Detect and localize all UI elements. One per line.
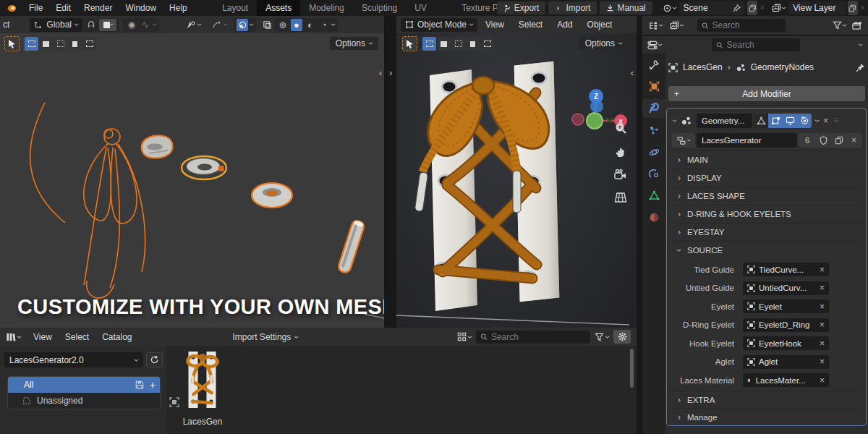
clear-field-button[interactable]: × <box>820 265 825 274</box>
import-settings-dropdown[interactable]: Import Settings › <box>233 332 299 342</box>
tab-object-data[interactable] <box>649 190 660 201</box>
modifier-realtime-toggle[interactable] <box>768 114 783 128</box>
node-group-browse-button[interactable]: › <box>672 133 695 148</box>
modifier-viewport-toggle[interactable] <box>783 114 797 128</box>
collapse-left-icon[interactable]: ‹ <box>379 67 382 78</box>
asset-settings-button[interactable] <box>613 330 631 344</box>
add-menu[interactable]: Add <box>550 20 579 30</box>
modifier-expand-icon[interactable]: › <box>671 119 679 122</box>
laces-material-field[interactable]: ◐ LacesMater... × <box>743 373 829 387</box>
clear-field-button[interactable]: × <box>820 320 825 329</box>
mode-dropdown[interactable]: Object Mode › <box>401 18 477 32</box>
breadcrumb-modifier[interactable]: GeometryNodes <box>751 62 814 72</box>
tab-tool[interactable] <box>649 59 660 70</box>
section-laces-shape[interactable]: ›LACES SHAPE <box>671 187 861 205</box>
viewport-divider[interactable] <box>384 16 396 328</box>
left-3d-viewport[interactable]: Options › <box>0 33 384 328</box>
catalog-item-unassigned[interactable]: Unassigned <box>8 393 160 409</box>
menu-edit[interactable]: Edit <box>49 3 77 13</box>
asset-search[interactable] <box>476 331 590 344</box>
unlink-scene-button[interactable]: × <box>760 4 765 12</box>
proportional-edit-toggle[interactable]: ◉ <box>126 19 137 31</box>
pin-icon[interactable] <box>733 4 741 12</box>
asset-grid-scrollbar[interactable] <box>630 349 634 388</box>
modifier-delete-button[interactable]: × <box>823 116 828 125</box>
new-scene-button[interactable] <box>747 1 757 15</box>
outliner-display-mode-dropdown[interactable]: › <box>645 21 666 30</box>
modifier-render-toggle[interactable] <box>797 114 812 128</box>
properties-options-icon[interactable]: › <box>856 38 865 52</box>
properties-editor-type-dropdown[interactable]: › <box>642 41 667 50</box>
eyelet-field[interactable]: Eyelet × <box>743 299 829 313</box>
snap-target-button[interactable]: › <box>99 19 116 31</box>
section-display[interactable]: ›DISPLAY <box>671 169 861 187</box>
zoom-icon[interactable]: + <box>611 119 630 137</box>
menu-render[interactable]: Render <box>77 3 119 13</box>
section-eyestay[interactable]: ›EYESTAY <box>671 223 861 241</box>
clear-field-button[interactable]: × <box>820 284 825 292</box>
outliner-search[interactable] <box>697 19 786 32</box>
node-group-name-field[interactable]: LacesGenerator <box>697 133 797 148</box>
export-button[interactable]: Export <box>497 1 546 14</box>
new-view-layer-button[interactable] <box>848 1 858 15</box>
tied-guide-field[interactable]: TiedCurve... × <box>743 263 829 276</box>
asset-item-lacesgen[interactable]: LacesGen <box>176 348 229 427</box>
clear-field-button[interactable]: × <box>820 376 825 385</box>
node-group-users-button[interactable]: 6 <box>799 133 816 148</box>
transform-orientation-dropdown[interactable]: Global › <box>30 18 82 32</box>
menu-help[interactable]: Help <box>163 3 194 13</box>
modifier-extras-dropdown[interactable]: › <box>813 119 822 122</box>
tab-object[interactable] <box>649 81 660 92</box>
remove-view-layer-button[interactable]: × <box>860 4 865 12</box>
view-layer-selector[interactable]: View Layer <box>788 1 845 14</box>
object-menu[interactable]: Object <box>581 20 619 30</box>
editor-divider[interactable] <box>637 16 642 434</box>
untied-guide-field[interactable]: UntiedCurv... × <box>743 281 829 295</box>
blender-logo-icon[interactable] <box>0 3 22 13</box>
shading-wireframe-icon[interactable]: ⊕ <box>277 19 289 31</box>
import-button[interactable]: Import <box>548 1 597 14</box>
drag-grip-icon[interactable]: ⠿ <box>834 117 839 124</box>
scene-type-icon[interactable]: › <box>660 4 679 13</box>
section-manage[interactable]: ›Manage <box>671 408 861 426</box>
tab-physics[interactable] <box>649 147 660 158</box>
pan-hand-icon[interactable] <box>611 142 630 161</box>
section-dring-hook-eyelets[interactable]: ›D-RING & HOOK EYELETS <box>671 205 861 223</box>
collapse-panel-icon[interactable]: ‹ <box>631 67 634 78</box>
fake-user-button[interactable] <box>816 133 831 148</box>
new-collection-button[interactable] <box>849 21 865 30</box>
asset-library-dropdown[interactable]: LacesGenerator2.0 › <box>4 352 143 367</box>
tab-particles[interactable] <box>649 125 660 136</box>
tab-modifiers[interactable] <box>642 99 665 118</box>
asset-browser-editor-type-dropdown[interactable]: › <box>0 332 27 342</box>
expand-right-icon[interactable]: › <box>389 67 392 78</box>
tab-material[interactable] <box>649 212 660 223</box>
snap-magnet-icon[interactable] <box>85 19 97 31</box>
refresh-library-button[interactable] <box>146 352 163 367</box>
ab-select-menu[interactable]: Select <box>59 332 95 342</box>
outliner-filter-dropdown[interactable]: › <box>830 21 849 30</box>
workspace-tab-sculpting[interactable]: Sculpting <box>353 0 406 16</box>
workspace-tab-texture-paint[interactable]: Texture P <box>453 0 497 16</box>
workspace-tab-assets[interactable]: Assets <box>257 0 300 16</box>
view-layer-type-icon[interactable]: › <box>769 4 788 13</box>
menu-file[interactable]: File <box>22 3 49 13</box>
clear-field-button[interactable]: × <box>820 339 825 348</box>
catalog-item-all[interactable]: All + <box>8 377 160 393</box>
properties-search[interactable] <box>712 38 800 51</box>
center-3d-viewport[interactable]: Options › <box>396 33 637 328</box>
add-modifier-button[interactable]: + Add Modifier <box>668 86 865 101</box>
clear-field-button[interactable]: × <box>820 302 825 311</box>
section-source[interactable]: ›SOURCE <box>671 241 861 259</box>
section-main[interactable]: ›MAIN <box>671 150 861 169</box>
aglet-field[interactable]: Aglet × <box>743 355 829 369</box>
workspace-tab-modeling[interactable]: Modeling <box>300 0 353 16</box>
outliner-filter-type-dropdown[interactable]: › <box>666 21 687 30</box>
workspace-tab-uv-editing[interactable]: UV Editing <box>406 0 453 16</box>
pin-icon[interactable] <box>856 63 865 72</box>
clipped-menu-label[interactable]: ct <box>3 20 9 30</box>
ab-catalog-menu[interactable]: Catalog <box>95 332 138 342</box>
save-catalog-icon[interactable] <box>135 380 144 389</box>
shading-solid-icon[interactable]: ● <box>291 19 302 31</box>
tab-constraints[interactable] <box>649 169 660 179</box>
